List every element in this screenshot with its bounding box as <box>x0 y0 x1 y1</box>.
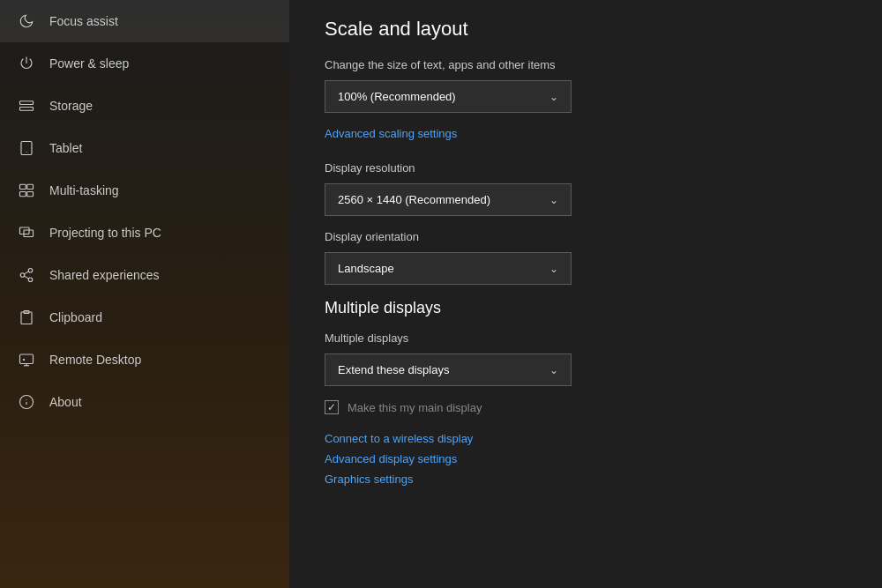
shared-icon <box>18 266 35 284</box>
sidebar-item-tablet[interactable]: Tablet <box>0 127 289 169</box>
sidebar-item-about[interactable]: About <box>0 381 289 423</box>
sidebar-label-power-sleep: Power & sleep <box>49 56 129 71</box>
connect-wireless-link[interactable]: Connect to a wireless display <box>325 432 847 445</box>
svg-point-12 <box>28 278 33 282</box>
sidebar-item-power-sleep[interactable]: Power & sleep <box>0 42 289 85</box>
svg-point-11 <box>20 273 25 278</box>
remote-icon <box>18 351 35 368</box>
svg-rect-1 <box>20 108 34 111</box>
checkmark-icon: ✓ <box>327 401 336 413</box>
svg-line-14 <box>24 272 28 274</box>
make-main-display-row: ✓ Make this my main display <box>325 400 847 414</box>
multiple-displays-label: Multiple displays <box>325 331 847 345</box>
sidebar-label-projecting: Projecting to this PC <box>49 226 161 240</box>
sidebar-item-remote-desktop[interactable]: Remote Desktop <box>0 339 289 381</box>
advanced-display-link[interactable]: Advanced display settings <box>325 452 847 465</box>
sidebar-item-clipboard[interactable]: Clipboard <box>0 296 289 339</box>
sidebar-label-tablet: Tablet <box>49 141 82 155</box>
multiple-displays-dropdown[interactable]: Extend these displays ⌄ <box>325 354 572 386</box>
resolution-dropdown-value: 2560 × 1440 (Recommended) <box>338 193 490 206</box>
resolution-dropdown[interactable]: 2560 × 1440 (Recommended) ⌄ <box>325 183 572 216</box>
sidebar-item-focus-assist[interactable]: Focus assist <box>0 0 289 42</box>
main-content: Scale and layout Change the size of text… <box>289 0 882 588</box>
scale-dropdown-container: 100% (Recommended) ⌄ <box>325 80 847 113</box>
sidebar-item-storage[interactable]: Storage <box>0 85 289 127</box>
multitask-icon <box>18 182 35 199</box>
svg-rect-6 <box>20 192 26 197</box>
sidebar-label-storage: Storage <box>49 99 93 113</box>
resolution-chevron-icon: ⌄ <box>549 194 558 206</box>
svg-rect-2 <box>21 142 32 155</box>
orientation-dropdown-container: Landscape ⌄ <box>325 252 847 285</box>
advanced-scaling-link[interactable]: Advanced scaling settings <box>325 127 847 140</box>
svg-rect-9 <box>24 230 34 237</box>
multiple-displays-dropdown-container: Extend these displays ⌄ <box>325 354 847 386</box>
resolution-dropdown-container: 2560 × 1440 (Recommended) ⌄ <box>325 183 847 216</box>
make-main-checkbox[interactable]: ✓ <box>325 400 339 414</box>
sidebar: Focus assist Power & sleep Storage Table… <box>0 0 289 588</box>
sidebar-item-multi-tasking[interactable]: Multi-tasking <box>0 169 289 212</box>
sidebar-label-clipboard: Clipboard <box>49 310 102 324</box>
svg-rect-8 <box>20 227 30 234</box>
multiple-displays-dropdown-value: Extend these displays <box>338 363 449 376</box>
tablet-icon <box>18 139 35 157</box>
svg-rect-0 <box>20 101 34 105</box>
scale-layout-title: Scale and layout <box>325 18 847 41</box>
sidebar-item-projecting[interactable]: Projecting to this PC <box>0 212 289 254</box>
svg-line-13 <box>24 276 28 279</box>
sidebar-label-shared-experiences: Shared experiences <box>49 268 160 282</box>
sidebar-label-multi-tasking: Multi-tasking <box>49 183 119 197</box>
graphics-settings-link[interactable]: Graphics settings <box>325 473 847 486</box>
clipboard-icon <box>18 309 35 326</box>
sidebar-label-about: About <box>49 395 82 409</box>
sidebar-label-remote-desktop: Remote Desktop <box>49 353 141 367</box>
orientation-chevron-icon: ⌄ <box>549 263 558 275</box>
orientation-dropdown[interactable]: Landscape ⌄ <box>325 252 572 285</box>
resolution-label: Display resolution <box>325 161 847 175</box>
sidebar-label-focus-assist: Focus assist <box>49 14 118 28</box>
svg-rect-4 <box>20 184 26 189</box>
moon-icon <box>18 12 35 30</box>
svg-point-10 <box>28 269 33 273</box>
svg-rect-7 <box>27 192 34 197</box>
scale-label: Change the size of text, apps and other … <box>325 58 847 71</box>
svg-rect-5 <box>27 184 34 189</box>
storage-icon <box>18 97 35 115</box>
make-main-label: Make this my main display <box>348 401 482 414</box>
orientation-label: Display orientation <box>325 230 847 243</box>
scale-dropdown[interactable]: 100% (Recommended) ⌄ <box>325 80 572 113</box>
project-icon <box>18 224 35 242</box>
scale-chevron-icon: ⌄ <box>549 91 558 103</box>
multiple-displays-chevron-icon: ⌄ <box>549 364 558 376</box>
scale-dropdown-value: 100% (Recommended) <box>338 90 456 103</box>
info-icon <box>18 393 35 411</box>
multiple-displays-title: Multiple displays <box>325 299 847 317</box>
orientation-dropdown-value: Landscape <box>338 262 394 275</box>
power-icon <box>18 55 35 72</box>
sidebar-item-shared-experiences[interactable]: Shared experiences <box>0 254 289 296</box>
svg-rect-17 <box>20 354 34 364</box>
